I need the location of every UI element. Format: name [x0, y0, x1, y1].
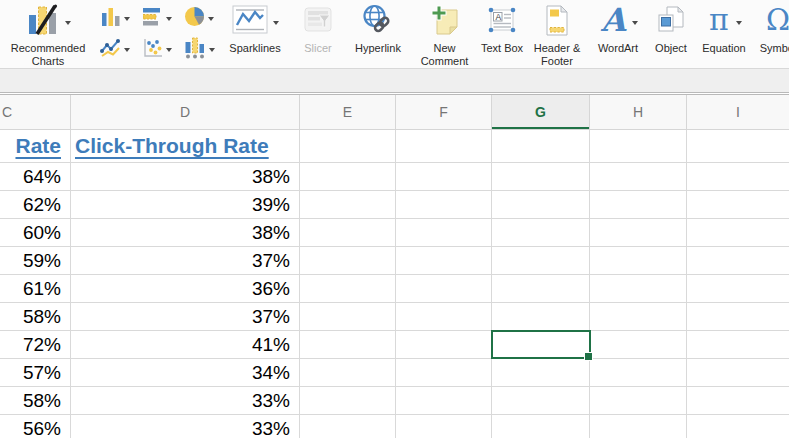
column-header-G-selected[interactable]: G	[492, 95, 590, 130]
column-header-D[interactable]: D	[71, 95, 300, 130]
scatter-chart-dropdown-arrow[interactable]	[166, 48, 172, 55]
cell[interactable]	[492, 163, 590, 191]
cell[interactable]	[396, 387, 492, 415]
equation-button[interactable]: π Equation	[695, 0, 753, 68]
cell[interactable]	[687, 303, 789, 331]
cell-rate-1[interactable]: 64%	[0, 163, 71, 191]
cell[interactable]	[590, 303, 687, 331]
cell[interactable]	[687, 130, 789, 163]
cell[interactable]	[396, 247, 492, 275]
cell[interactable]	[687, 275, 789, 303]
column-header-F[interactable]: F	[396, 95, 492, 130]
cell[interactable]	[492, 247, 590, 275]
cell[interactable]	[492, 303, 590, 331]
cell-ctr-9[interactable]: 33%	[71, 387, 300, 415]
cell[interactable]	[396, 275, 492, 303]
symbol-button[interactable]: Ω Symbol	[753, 0, 789, 68]
scatter-chart-button[interactable]	[143, 37, 172, 62]
cell[interactable]	[590, 387, 687, 415]
line-chart-dropdown-arrow[interactable]	[124, 48, 130, 55]
cell[interactable]	[590, 163, 687, 191]
cell-rate-8[interactable]: 57%	[0, 359, 71, 387]
column-chart-dropdown-arrow[interactable]	[124, 17, 130, 24]
object-button[interactable]: Object	[647, 0, 695, 68]
cell-rate-4[interactable]: 59%	[0, 247, 71, 275]
column-header-E[interactable]: E	[300, 95, 396, 130]
cell[interactable]	[590, 219, 687, 247]
cell[interactable]	[300, 387, 396, 415]
cell[interactable]	[590, 275, 687, 303]
cell[interactable]	[687, 415, 789, 438]
cell[interactable]	[300, 191, 396, 219]
cell-rate-9[interactable]: 58%	[0, 387, 71, 415]
cell-rate-10[interactable]: 56%	[0, 415, 71, 438]
cell[interactable]	[396, 331, 492, 359]
cell[interactable]	[300, 163, 396, 191]
cell-rate-7[interactable]: 72%	[0, 331, 71, 359]
line-chart-button[interactable]	[100, 37, 130, 62]
cell[interactable]	[590, 331, 687, 359]
column-header-C[interactable]: C	[0, 95, 71, 130]
recommended-charts-dropdown-arrow[interactable]	[65, 21, 71, 28]
pie-chart-button[interactable]	[184, 6, 214, 31]
cell[interactable]	[590, 359, 687, 387]
cell[interactable]	[687, 163, 789, 191]
cell-ctr-7[interactable]: 41%	[71, 331, 300, 359]
cell[interactable]	[492, 219, 590, 247]
column-chart-button[interactable]	[101, 6, 130, 31]
cell-rate-6[interactable]: 58%	[0, 303, 71, 331]
cell[interactable]	[687, 191, 789, 219]
bar-chart-button[interactable]	[143, 6, 172, 31]
bar-chart-dropdown-arrow[interactable]	[166, 17, 172, 24]
cell[interactable]	[590, 415, 687, 438]
pie-chart-dropdown-arrow[interactable]	[208, 17, 214, 24]
cell[interactable]	[396, 359, 492, 387]
cell[interactable]	[687, 247, 789, 275]
hyperlink-button[interactable]: Hyperlink	[346, 0, 410, 68]
cell-ctr-5[interactable]: 36%	[71, 275, 300, 303]
equation-dropdown-arrow[interactable]	[736, 21, 742, 28]
recommended-charts-button[interactable]: Recommended Charts	[2, 0, 94, 68]
cell-ctr-3[interactable]: 38%	[71, 219, 300, 247]
cell[interactable]	[590, 130, 687, 163]
cell[interactable]	[300, 359, 396, 387]
cell-header-rate[interactable]: Rate	[0, 130, 71, 163]
cell[interactable]	[300, 130, 396, 163]
cell-ctr-4[interactable]: 37%	[71, 247, 300, 275]
cell[interactable]	[300, 303, 396, 331]
cell[interactable]	[492, 275, 590, 303]
cell-rate-3[interactable]: 60%	[0, 219, 71, 247]
cell[interactable]	[590, 191, 687, 219]
cell[interactable]	[687, 387, 789, 415]
combo-chart-button[interactable]	[184, 36, 215, 63]
cell[interactable]	[396, 303, 492, 331]
cell-rate-2[interactable]: 62%	[0, 191, 71, 219]
cell-ctr-8[interactable]: 34%	[71, 359, 300, 387]
cell[interactable]	[492, 191, 590, 219]
header-footer-button[interactable]: Header & Footer	[525, 0, 589, 68]
new-comment-button[interactable]: New Comment	[410, 0, 479, 68]
cell[interactable]	[590, 247, 687, 275]
cell[interactable]	[300, 331, 396, 359]
cell[interactable]	[300, 219, 396, 247]
sparklines-dropdown-arrow[interactable]	[273, 21, 279, 28]
cell[interactable]	[300, 247, 396, 275]
cell[interactable]	[687, 331, 789, 359]
cell-ctr-10[interactable]: 33%	[71, 415, 300, 438]
cell[interactable]	[687, 359, 789, 387]
cell[interactable]	[687, 219, 789, 247]
cell[interactable]	[396, 130, 492, 163]
column-header-I[interactable]: I	[687, 95, 789, 130]
cell[interactable]	[396, 415, 492, 438]
cell-ctr-1[interactable]: 38%	[71, 163, 300, 191]
wordart-dropdown-arrow[interactable]	[632, 21, 638, 28]
cell[interactable]	[396, 191, 492, 219]
cell-ctr-2[interactable]: 39%	[71, 191, 300, 219]
selected-cell[interactable]	[492, 331, 590, 359]
cell-header-click-through-rate[interactable]: Click-Through Rate	[71, 130, 300, 163]
cell[interactable]	[396, 163, 492, 191]
cell[interactable]	[396, 219, 492, 247]
cell[interactable]	[492, 415, 590, 438]
cell-rate-5[interactable]: 61%	[0, 275, 71, 303]
text-box-button[interactable]: A Text Box	[479, 0, 525, 68]
